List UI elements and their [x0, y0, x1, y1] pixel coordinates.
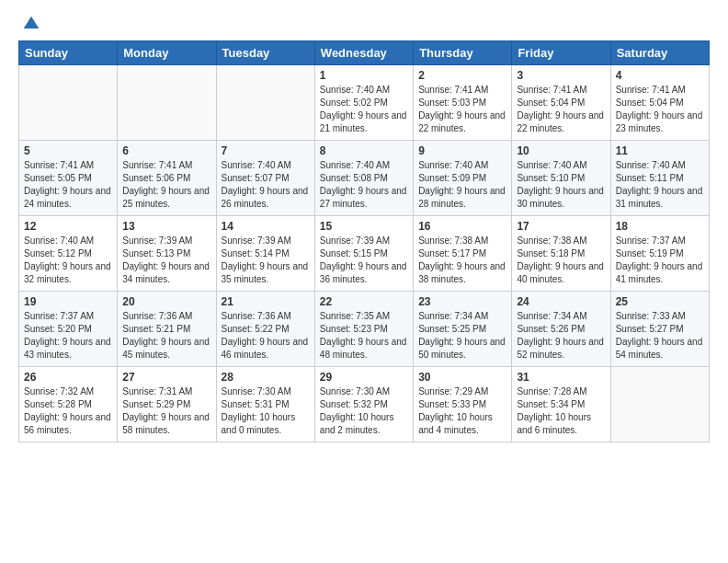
day-info: Sunrise: 7:41 AM Sunset: 5:04 PM Dayligh… — [517, 84, 605, 135]
day-number: 14 — [222, 220, 310, 233]
day-number: 7 — [222, 144, 310, 157]
day-info: Sunrise: 7:41 AM Sunset: 5:04 PM Dayligh… — [616, 84, 704, 135]
week-row-2: 12Sunrise: 7:40 AM Sunset: 5:12 PM Dayli… — [19, 216, 710, 292]
day-cell: 7Sunrise: 7:40 AM Sunset: 5:07 PM Daylig… — [216, 141, 314, 216]
day-info: Sunrise: 7:36 AM Sunset: 5:21 PM Dayligh… — [122, 310, 210, 362]
day-info: Sunrise: 7:29 AM Sunset: 5:33 PM Dayligh… — [418, 385, 506, 437]
day-number: 25 — [616, 295, 704, 308]
day-cell: 19Sunrise: 7:37 AM Sunset: 5:20 PM Dayli… — [19, 292, 118, 367]
day-cell: 11Sunrise: 7:40 AM Sunset: 5:11 PM Dayli… — [610, 141, 709, 216]
day-info: Sunrise: 7:33 AM Sunset: 5:27 PM Dayligh… — [616, 310, 704, 362]
day-info: Sunrise: 7:34 AM Sunset: 5:26 PM Dayligh… — [517, 310, 605, 362]
day-number: 2 — [418, 69, 506, 82]
day-info: Sunrise: 7:28 AM Sunset: 5:34 PM Dayligh… — [517, 385, 605, 437]
logo-icon — [22, 15, 40, 33]
day-number: 31 — [517, 371, 605, 384]
day-info: Sunrise: 7:40 AM Sunset: 5:09 PM Dayligh… — [418, 159, 506, 211]
day-cell: 15Sunrise: 7:39 AM Sunset: 5:15 PM Dayli… — [314, 216, 413, 292]
day-cell: 31Sunrise: 7:28 AM Sunset: 5:34 PM Dayli… — [512, 367, 610, 442]
day-cell — [19, 65, 118, 141]
weekday-header-wednesday: Wednesday — [314, 41, 413, 65]
day-number: 5 — [24, 144, 112, 157]
day-number: 23 — [418, 295, 506, 308]
day-cell: 17Sunrise: 7:38 AM Sunset: 5:18 PM Dayli… — [512, 216, 610, 292]
day-info: Sunrise: 7:40 AM Sunset: 5:12 PM Dayligh… — [24, 235, 112, 286]
day-cell: 22Sunrise: 7:35 AM Sunset: 5:23 PM Dayli… — [314, 292, 413, 367]
day-info: Sunrise: 7:40 AM Sunset: 5:02 PM Dayligh… — [320, 84, 408, 135]
day-info: Sunrise: 7:41 AM Sunset: 5:05 PM Dayligh… — [24, 159, 112, 211]
weekday-header-sunday: Sunday — [19, 41, 118, 65]
logo — [18, 15, 40, 33]
day-number: 16 — [418, 220, 506, 233]
day-info: Sunrise: 7:30 AM Sunset: 5:31 PM Dayligh… — [222, 385, 310, 437]
weekday-header-monday: Monday — [118, 41, 216, 65]
day-cell: 18Sunrise: 7:37 AM Sunset: 5:19 PM Dayli… — [610, 216, 709, 292]
day-info: Sunrise: 7:37 AM Sunset: 5:20 PM Dayligh… — [24, 310, 112, 362]
day-info: Sunrise: 7:36 AM Sunset: 5:22 PM Dayligh… — [222, 310, 310, 362]
day-cell: 9Sunrise: 7:40 AM Sunset: 5:09 PM Daylig… — [414, 141, 512, 216]
day-cell — [610, 367, 709, 442]
day-number: 28 — [222, 371, 310, 384]
weekday-header-saturday: Saturday — [610, 41, 709, 65]
calendar-table: SundayMondayTuesdayWednesdayThursdayFrid… — [18, 40, 710, 442]
day-info: Sunrise: 7:35 AM Sunset: 5:23 PM Dayligh… — [320, 310, 408, 362]
day-cell: 21Sunrise: 7:36 AM Sunset: 5:22 PM Dayli… — [216, 292, 314, 367]
day-number: 19 — [24, 295, 112, 308]
day-number: 11 — [616, 144, 704, 157]
day-cell: 5Sunrise: 7:41 AM Sunset: 5:05 PM Daylig… — [19, 141, 118, 216]
day-number: 30 — [418, 371, 506, 384]
day-info: Sunrise: 7:34 AM Sunset: 5:25 PM Dayligh… — [418, 310, 506, 362]
weekday-header-friday: Friday — [512, 41, 610, 65]
day-number: 26 — [24, 371, 112, 384]
day-number: 12 — [24, 220, 112, 233]
day-number: 29 — [320, 371, 408, 384]
week-row-0: 1Sunrise: 7:40 AM Sunset: 5:02 PM Daylig… — [19, 65, 710, 141]
header-row: SundayMondayTuesdayWednesdayThursdayFrid… — [19, 41, 710, 65]
day-cell: 25Sunrise: 7:33 AM Sunset: 5:27 PM Dayli… — [610, 292, 709, 367]
day-cell: 30Sunrise: 7:29 AM Sunset: 5:33 PM Dayli… — [414, 367, 512, 442]
week-row-1: 5Sunrise: 7:41 AM Sunset: 5:05 PM Daylig… — [19, 141, 710, 216]
day-number: 1 — [320, 69, 408, 82]
day-number: 9 — [418, 144, 506, 157]
day-number: 13 — [122, 220, 210, 233]
day-cell — [118, 65, 216, 141]
day-cell: 8Sunrise: 7:40 AM Sunset: 5:08 PM Daylig… — [314, 141, 413, 216]
header — [18, 15, 710, 33]
weekday-header-thursday: Thursday — [414, 41, 512, 65]
day-cell: 28Sunrise: 7:30 AM Sunset: 5:31 PM Dayli… — [216, 367, 314, 442]
day-number: 21 — [222, 295, 310, 308]
day-cell: 20Sunrise: 7:36 AM Sunset: 5:21 PM Dayli… — [118, 292, 216, 367]
day-cell: 4Sunrise: 7:41 AM Sunset: 5:04 PM Daylig… — [610, 65, 709, 141]
day-cell — [216, 65, 314, 141]
day-cell: 3Sunrise: 7:41 AM Sunset: 5:04 PM Daylig… — [512, 65, 610, 141]
day-info: Sunrise: 7:39 AM Sunset: 5:15 PM Dayligh… — [320, 235, 408, 286]
day-cell: 16Sunrise: 7:38 AM Sunset: 5:17 PM Dayli… — [414, 216, 512, 292]
day-cell: 6Sunrise: 7:41 AM Sunset: 5:06 PM Daylig… — [118, 141, 216, 216]
day-info: Sunrise: 7:40 AM Sunset: 5:08 PM Dayligh… — [320, 159, 408, 211]
week-row-3: 19Sunrise: 7:37 AM Sunset: 5:20 PM Dayli… — [19, 292, 710, 367]
day-cell: 1Sunrise: 7:40 AM Sunset: 5:02 PM Daylig… — [314, 65, 413, 141]
day-info: Sunrise: 7:39 AM Sunset: 5:14 PM Dayligh… — [222, 235, 310, 286]
day-info: Sunrise: 7:31 AM Sunset: 5:29 PM Dayligh… — [122, 385, 210, 437]
day-number: 6 — [122, 144, 210, 157]
day-number: 22 — [320, 295, 408, 308]
day-cell: 26Sunrise: 7:32 AM Sunset: 5:28 PM Dayli… — [19, 367, 118, 442]
page: SundayMondayTuesdayWednesdayThursdayFrid… — [0, 0, 728, 457]
day-cell: 23Sunrise: 7:34 AM Sunset: 5:25 PM Dayli… — [414, 292, 512, 367]
logo-text — [18, 15, 40, 33]
day-number: 20 — [122, 295, 210, 308]
day-info: Sunrise: 7:30 AM Sunset: 5:32 PM Dayligh… — [320, 385, 408, 437]
day-info: Sunrise: 7:40 AM Sunset: 5:11 PM Dayligh… — [616, 159, 704, 211]
day-number: 17 — [517, 220, 605, 233]
day-number: 10 — [517, 144, 605, 157]
day-number: 8 — [320, 144, 408, 157]
day-info: Sunrise: 7:38 AM Sunset: 5:17 PM Dayligh… — [418, 235, 506, 286]
week-row-4: 26Sunrise: 7:32 AM Sunset: 5:28 PM Dayli… — [19, 367, 710, 442]
day-cell: 10Sunrise: 7:40 AM Sunset: 5:10 PM Dayli… — [512, 141, 610, 216]
day-number: 24 — [517, 295, 605, 308]
day-cell: 24Sunrise: 7:34 AM Sunset: 5:26 PM Dayli… — [512, 292, 610, 367]
day-cell: 12Sunrise: 7:40 AM Sunset: 5:12 PM Dayli… — [19, 216, 118, 292]
day-info: Sunrise: 7:40 AM Sunset: 5:07 PM Dayligh… — [222, 159, 310, 211]
day-number: 15 — [320, 220, 408, 233]
day-info: Sunrise: 7:40 AM Sunset: 5:10 PM Dayligh… — [517, 159, 605, 211]
